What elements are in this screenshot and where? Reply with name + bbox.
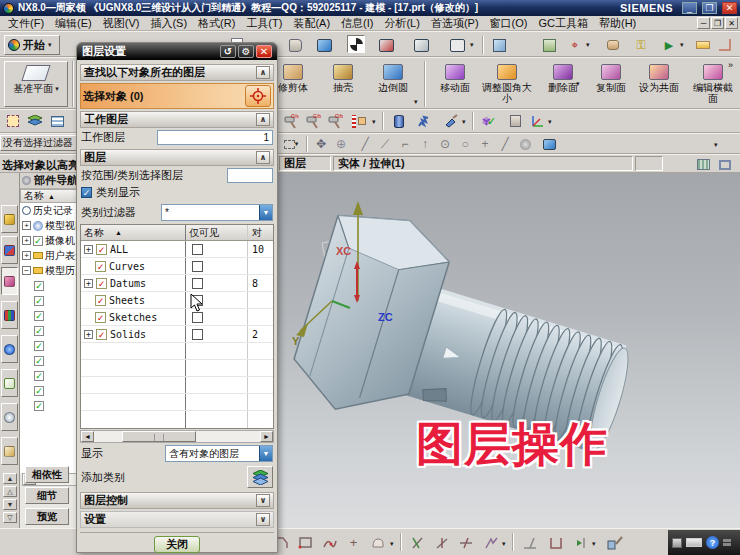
database-icon[interactable]	[390, 112, 408, 130]
layer-row-sketches[interactable]: ✓Sketches	[81, 309, 273, 326]
visible-only-checkbox[interactable]	[192, 312, 203, 323]
layer-checkbox[interactable]: ✓	[96, 278, 107, 289]
constraint-tangent-icon[interactable]	[572, 533, 591, 552]
notebook-icon[interactable]	[286, 36, 304, 54]
menu-format[interactable]: 格式(R)	[198, 16, 235, 31]
constraint-perpendicular-icon[interactable]	[520, 533, 539, 552]
expand-section-icon[interactable]: ∨	[256, 494, 270, 507]
category-display-checkbox[interactable]: ✓	[81, 187, 92, 198]
dialog-close-button[interactable]: 关闭	[154, 536, 200, 553]
solid-cube-icon[interactable]	[540, 135, 558, 153]
dialog-options-gear-icon[interactable]: ⚙	[238, 45, 254, 58]
chevron-down-icon[interactable]: ▾	[462, 118, 466, 126]
move-face-button[interactable]: 移动面	[430, 61, 480, 108]
chevron-down-icon[interactable]: ▼	[259, 446, 272, 461]
expand-section-icon[interactable]: ∨	[256, 513, 270, 526]
frame-toggle-icon[interactable]	[716, 157, 734, 172]
display-dropdown[interactable]: 含有对象的图层 ▼	[165, 445, 273, 462]
layer-checkbox[interactable]: ✓	[96, 329, 107, 340]
menu-help[interactable]: 帮助(H)	[599, 16, 636, 31]
rotate-icon[interactable]: ⊕	[332, 135, 350, 153]
menu-tools[interactable]: 工具(T)	[246, 16, 282, 31]
scroll-left-icon[interactable]: ◄	[81, 431, 94, 442]
blank-view-icon[interactable]	[448, 36, 466, 54]
collapse-section-icon[interactable]: ∧	[256, 151, 270, 164]
select-box-icon[interactable]	[4, 112, 22, 130]
details-button[interactable]: 细节	[25, 487, 69, 504]
scrollbar-thumb[interactable]	[122, 431, 196, 442]
layer-row-datums[interactable]: +✓Datums 8	[81, 275, 273, 292]
menu-file[interactable]: 文件(F)	[8, 16, 44, 31]
layer-checkbox[interactable]: ✓	[95, 261, 106, 272]
part-navigator-tab[interactable]	[1, 267, 18, 295]
measure-angle-icon[interactable]	[716, 36, 734, 54]
category-display-row[interactable]: ✓ 类别显示	[80, 185, 274, 202]
csys-orient-icon[interactable]: ⌖	[566, 36, 584, 54]
list-hand-icon[interactable]	[350, 112, 368, 130]
examine-geometry-icon[interactable]: ✾✓	[480, 112, 498, 130]
resize-blend-button[interactable]: 调整圆角大小	[480, 61, 534, 108]
datum-plane-button[interactable]: 基准平面▾	[4, 61, 68, 107]
roles-tab[interactable]	[1, 437, 18, 465]
menu-analysis[interactable]: 分析(L)	[384, 16, 419, 31]
expand-icon[interactable]: +	[22, 221, 31, 230]
visible-only-checkbox[interactable]	[192, 261, 203, 272]
chevron-down-icon[interactable]: ▾	[592, 540, 596, 548]
close-button[interactable]: ✕	[722, 2, 737, 14]
select-scope-button[interactable]	[245, 85, 271, 107]
chevron-down-icon[interactable]: ▾	[372, 118, 376, 126]
make-coplanar-button[interactable]: 设为共面	[632, 61, 686, 108]
chevron-down-icon[interactable]: ▾	[548, 118, 552, 126]
resource-scroll-up2[interactable]: △	[3, 486, 17, 497]
select-object-row[interactable]: 选择对象 (0)	[80, 83, 274, 109]
split-curve-icon[interactable]	[456, 533, 475, 552]
expand-icon[interactable]: +	[22, 236, 31, 245]
chevron-down-icon[interactable]: ▾	[680, 41, 684, 49]
assembly-navigator-tab[interactable]	[1, 205, 18, 233]
visible-only-checkbox[interactable]	[192, 329, 203, 340]
visible-only-checkbox[interactable]	[192, 244, 203, 255]
expand-icon[interactable]: +	[84, 330, 93, 339]
expand-icon[interactable]: +	[84, 245, 93, 254]
table-grid-icon[interactable]	[48, 112, 66, 130]
snap-existing-icon[interactable]: ╱	[496, 135, 514, 153]
hammer-gb-icon[interactable]: G/b	[304, 112, 322, 130]
layer-checkbox[interactable]: ✓	[95, 312, 106, 323]
hammer-os-icon[interactable]: O/s	[282, 112, 300, 130]
layer-row-sheets[interactable]: ✓Sheets	[81, 292, 273, 309]
chevron-down-icon[interactable]: ▼	[259, 205, 272, 220]
window-swap-icon[interactable]	[490, 36, 508, 54]
notebook-check-icon[interactable]	[506, 112, 524, 130]
add-category-button[interactable]	[247, 466, 273, 488]
chevron-down-icon[interactable]: ▾	[414, 98, 418, 106]
constraint-navigator-tab[interactable]	[1, 236, 18, 264]
ime-menu-icon[interactable]	[723, 543, 731, 546]
chevron-down-icon[interactable]: ▾	[586, 41, 590, 49]
category-filter-dropdown[interactable]: * ▼	[161, 204, 273, 221]
hammer-ob-icon[interactable]: O/b	[326, 112, 344, 130]
profile-icon[interactable]	[368, 533, 387, 552]
studio-spline-icon[interactable]	[320, 533, 339, 552]
snap-center-icon[interactable]: ⊙	[436, 135, 454, 153]
shaded-view-icon[interactable]	[315, 36, 333, 54]
dialog-close-icon[interactable]: ✕	[256, 45, 272, 58]
find-objects-section-header[interactable]: 查找以下对象所在的图层 ∧	[80, 64, 274, 81]
work-layer-section-header[interactable]: 工作图层 ∧	[80, 111, 274, 128]
mdi-minimize-button[interactable]: ─	[697, 17, 710, 29]
spring-icon[interactable]	[414, 112, 432, 130]
visible-only-checkbox[interactable]	[192, 278, 203, 289]
grab-hand-icon[interactable]	[604, 36, 622, 54]
selection-filter-dropdown[interactable]: 没有选择过滤器	[0, 135, 78, 151]
resource-scroll-up[interactable]: ▲	[3, 473, 17, 484]
collapse-section-icon[interactable]: ∧	[256, 66, 270, 79]
chevron-down-icon[interactable]: ▾	[390, 540, 394, 548]
chevron-down-icon[interactable]: ▾	[502, 540, 506, 548]
information-list-icon[interactable]	[540, 36, 558, 54]
resource-scroll-down2[interactable]: ▽	[3, 512, 17, 523]
layers-section-header[interactable]: 图层 ∧	[80, 149, 274, 166]
snap-corner-icon[interactable]: ⌐	[396, 135, 414, 153]
snap-intersection-icon[interactable]: ↑	[416, 135, 434, 153]
scroll-right-icon[interactable]: ►	[260, 431, 273, 442]
layer-control-section-header[interactable]: 图层控制 ∨	[80, 492, 274, 509]
menu-gc-toolbox[interactable]: GC工具箱	[538, 16, 588, 31]
